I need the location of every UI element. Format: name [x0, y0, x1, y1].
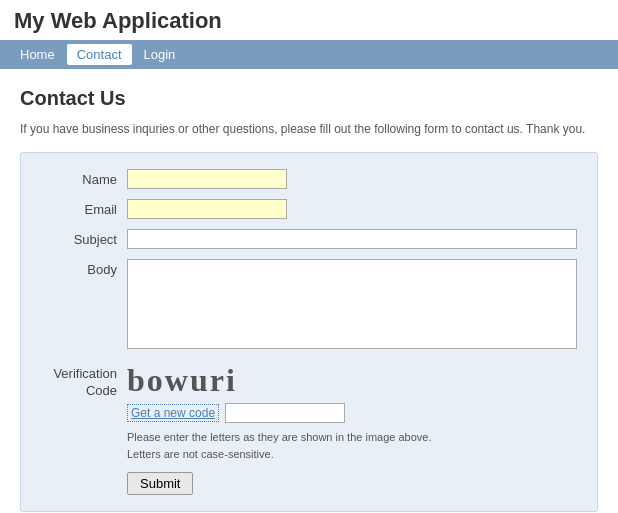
name-row: Name [37, 169, 577, 189]
subject-input[interactable] [127, 229, 577, 249]
body-field-wrap [127, 259, 577, 352]
subject-label: Subject [37, 229, 127, 247]
app-header: My Web Application [0, 0, 618, 40]
email-input[interactable] [127, 199, 287, 219]
contact-form: Name Email Subject Body [20, 152, 598, 512]
captcha-image: bowuri [127, 362, 237, 399]
email-label: Email [37, 199, 127, 217]
nav-item-home[interactable]: Home [10, 44, 65, 65]
subject-field-wrap [127, 229, 577, 249]
captcha-label: VerificationCode [37, 362, 127, 400]
captcha-input-row: Get a new code [127, 403, 577, 423]
body-row: Body [37, 259, 577, 352]
captcha-content: bowuri Get a new code Please enter the l… [127, 362, 577, 462]
captcha-input[interactable] [225, 403, 345, 423]
captcha-hint: Please enter the letters as they are sho… [127, 429, 577, 462]
nav-item-contact[interactable]: Contact [67, 44, 132, 65]
body-label: Body [37, 259, 127, 277]
main-content: Contact Us If you have business inquries… [0, 69, 618, 513]
subject-row: Subject [37, 229, 577, 249]
email-row: Email [37, 199, 577, 219]
intro-text: If you have business inquries or other q… [20, 120, 598, 138]
name-label: Name [37, 169, 127, 187]
submit-row: Submit [37, 472, 577, 495]
nav-bar: Home Contact Login [0, 40, 618, 69]
name-input[interactable] [127, 169, 287, 189]
app-title: My Web Application [14, 8, 604, 34]
submit-button[interactable]: Submit [127, 472, 193, 495]
body-input[interactable] [127, 259, 577, 349]
name-field-wrap [127, 169, 577, 189]
get-new-code-link[interactable]: Get a new code [127, 404, 219, 422]
captcha-row: VerificationCode bowuri Get a new code P… [37, 362, 577, 462]
email-field-wrap [127, 199, 577, 219]
page-title: Contact Us [20, 87, 598, 110]
nav-item-login[interactable]: Login [134, 44, 186, 65]
